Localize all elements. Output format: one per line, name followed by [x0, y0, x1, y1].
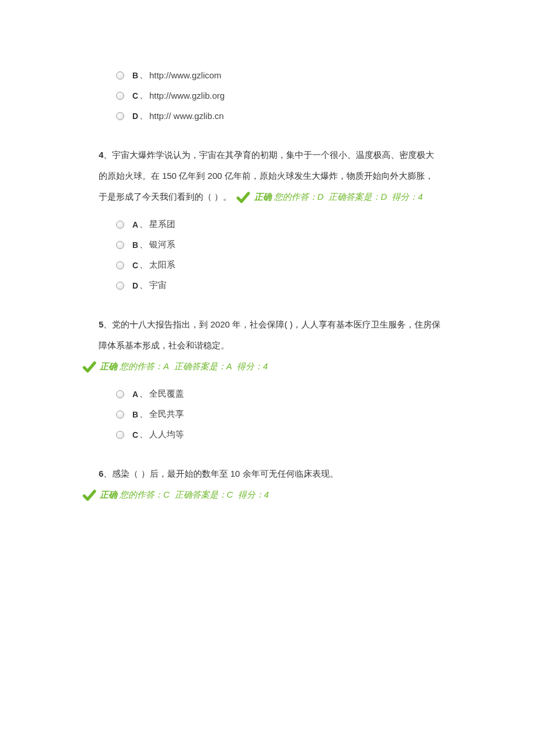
option-letter: D: [132, 111, 138, 121]
question-5: 5、党的十八大报告指出，到 2020 年，社会保障( )，人人享有基本医疗卫生服…: [99, 314, 441, 377]
option-text: http://www.gzlicom: [149, 70, 221, 80]
radio-icon[interactable]: [116, 282, 124, 290]
option-row: A 、 星系团: [116, 219, 441, 230]
q4-options: A 、 星系团 B 、 银河系 C 、 太阳系 D 、 宇宙: [116, 219, 441, 291]
option-text: 宇宙: [149, 280, 167, 291]
inline-number: 200: [208, 171, 222, 181]
option-letter: C: [132, 91, 138, 100]
question-6: 6、感染（ ）后，最开始的数年至 10 余年可无任何临床表现。 正确 您的作答：…: [99, 463, 441, 505]
option-letter: B: [132, 240, 138, 250]
radio-icon[interactable]: [116, 411, 124, 419]
feedback-your-answer: 您的作答：A: [120, 361, 169, 371]
q5-options: A 、 全民覆盖 B 、 全民共享 C 、 人人均等: [116, 388, 441, 440]
feedback-score: 得分：4: [237, 361, 268, 371]
option-row: D 、 http:// www.gzlib.cn: [116, 110, 441, 121]
option-punct: 、: [139, 280, 148, 291]
option-punct: 、: [139, 219, 148, 230]
option-letter: B: [132, 71, 138, 80]
option-letter: A: [132, 220, 138, 229]
option-row: C 、 人人均等: [116, 429, 441, 440]
option-letter: C: [132, 261, 138, 270]
feedback-your-answer: 您的作答：D: [274, 192, 324, 201]
option-punct: 、: [139, 90, 148, 101]
feedback-score: 得分：4: [392, 192, 423, 201]
checkmark-icon: [82, 360, 96, 374]
option-row: B 、 全民共享: [116, 409, 441, 420]
option-punct: 、: [139, 388, 148, 399]
radio-icon[interactable]: [116, 112, 124, 120]
option-row: A 、 全民覆盖: [116, 388, 441, 399]
radio-icon[interactable]: [116, 431, 124, 439]
option-punct: 、: [139, 429, 148, 440]
option-text: 人人均等: [149, 429, 184, 440]
option-row: D 、 宇宙: [116, 280, 441, 291]
option-text: http://www.gzlib.org: [149, 91, 225, 100]
radio-icon[interactable]: [116, 261, 124, 269]
option-letter: D: [132, 281, 138, 290]
feedback-your-answer: 您的作答：C: [120, 489, 169, 499]
feedback-correct-answer: 正确答案是：D: [329, 192, 387, 201]
option-row: C 、 太阳系: [116, 260, 441, 271]
inline-number: 2020: [211, 319, 230, 329]
option-text: 全民覆盖: [149, 388, 184, 399]
feedback-correct-answer: 正确答案是：C: [175, 489, 233, 499]
option-punct: 、: [139, 70, 148, 81]
question-4: 4、宇宙大爆炸学说认为，宇宙在其孕育的初期，集中于一个很小、温度极高、密度极大的…: [99, 145, 441, 207]
radio-icon[interactable]: [116, 221, 124, 229]
option-punct: 、: [139, 239, 148, 250]
option-letter: C: [132, 430, 138, 440]
option-text: 全民共享: [149, 409, 184, 420]
feedback-correct-label: 正确: [100, 489, 117, 499]
question-text-a: 、感染（ ）后，最开始的数年至: [103, 469, 230, 478]
radio-icon[interactable]: [116, 241, 124, 249]
checkmark-icon: [82, 488, 96, 502]
feedback-correct-answer: 正确答案是：A: [174, 361, 232, 371]
q3-options-tail: B 、 http://www.gzlicom C 、 http://www.gz…: [116, 70, 441, 121]
option-letter: B: [132, 410, 138, 419]
inline-number: 150: [162, 171, 176, 181]
feedback-correct-label: 正确: [254, 192, 272, 201]
inline-number: 10: [230, 469, 240, 478]
radio-icon[interactable]: [116, 92, 124, 100]
option-text: 银河系: [149, 239, 175, 250]
radio-icon[interactable]: [116, 71, 124, 80]
radio-icon[interactable]: [116, 390, 124, 398]
question-text-b: 余年可无任何临床表现。: [240, 469, 338, 478]
option-punct: 、: [139, 110, 148, 121]
question-text-a: 、党的十八大报告指出，到: [103, 319, 210, 329]
option-punct: 、: [139, 409, 148, 420]
option-row: B 、 http://www.gzlicom: [116, 70, 441, 81]
feedback-correct-label: 正确: [100, 361, 117, 371]
option-text: 太阳系: [149, 260, 175, 271]
question-text-mid: 亿年到: [176, 171, 207, 181]
option-row: C 、 http://www.gzlib.org: [116, 90, 441, 101]
option-row: B 、 银河系: [116, 239, 441, 250]
checkmark-icon: [236, 190, 250, 204]
option-text: http:// www.gzlib.cn: [149, 111, 223, 121]
option-letter: A: [132, 390, 138, 399]
option-text: 星系团: [149, 219, 175, 230]
option-punct: 、: [139, 260, 148, 271]
feedback-score: 得分：4: [238, 489, 269, 499]
